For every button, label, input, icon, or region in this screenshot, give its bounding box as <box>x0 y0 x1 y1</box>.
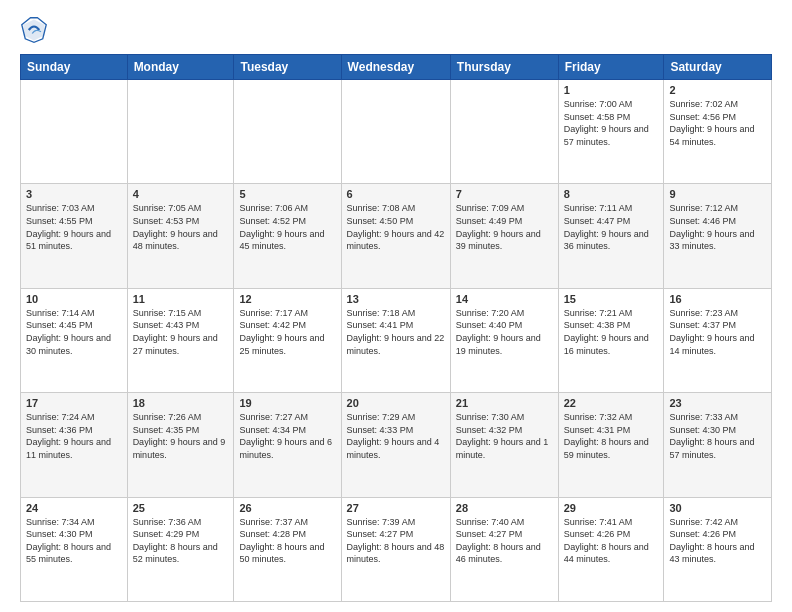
day-cell: 30Sunrise: 7:42 AM Sunset: 4:26 PM Dayli… <box>664 497 772 601</box>
week-row-3: 10Sunrise: 7:14 AM Sunset: 4:45 PM Dayli… <box>21 288 772 392</box>
header-cell-tuesday: Tuesday <box>234 55 341 80</box>
day-info: Sunrise: 7:15 AM Sunset: 4:43 PM Dayligh… <box>133 307 229 357</box>
day-cell: 11Sunrise: 7:15 AM Sunset: 4:43 PM Dayli… <box>127 288 234 392</box>
day-info: Sunrise: 7:30 AM Sunset: 4:32 PM Dayligh… <box>456 411 553 461</box>
day-info: Sunrise: 7:40 AM Sunset: 4:27 PM Dayligh… <box>456 516 553 566</box>
day-cell: 3Sunrise: 7:03 AM Sunset: 4:55 PM Daylig… <box>21 184 128 288</box>
day-cell: 26Sunrise: 7:37 AM Sunset: 4:28 PM Dayli… <box>234 497 341 601</box>
day-cell: 25Sunrise: 7:36 AM Sunset: 4:29 PM Dayli… <box>127 497 234 601</box>
day-cell: 6Sunrise: 7:08 AM Sunset: 4:50 PM Daylig… <box>341 184 450 288</box>
day-cell: 9Sunrise: 7:12 AM Sunset: 4:46 PM Daylig… <box>664 184 772 288</box>
day-number: 18 <box>133 397 229 409</box>
day-info: Sunrise: 7:26 AM Sunset: 4:35 PM Dayligh… <box>133 411 229 461</box>
day-number: 29 <box>564 502 659 514</box>
header-cell-sunday: Sunday <box>21 55 128 80</box>
svg-marker-0 <box>24 20 45 41</box>
day-info: Sunrise: 7:34 AM Sunset: 4:30 PM Dayligh… <box>26 516 122 566</box>
day-number: 22 <box>564 397 659 409</box>
calendar-body: 1Sunrise: 7:00 AM Sunset: 4:58 PM Daylig… <box>21 80 772 602</box>
day-number: 13 <box>347 293 445 305</box>
day-number: 26 <box>239 502 335 514</box>
day-number: 3 <box>26 188 122 200</box>
day-cell: 21Sunrise: 7:30 AM Sunset: 4:32 PM Dayli… <box>450 393 558 497</box>
logo <box>20 16 52 44</box>
day-cell: 5Sunrise: 7:06 AM Sunset: 4:52 PM Daylig… <box>234 184 341 288</box>
day-cell <box>450 80 558 184</box>
day-info: Sunrise: 7:20 AM Sunset: 4:40 PM Dayligh… <box>456 307 553 357</box>
day-cell: 28Sunrise: 7:40 AM Sunset: 4:27 PM Dayli… <box>450 497 558 601</box>
calendar-table: SundayMondayTuesdayWednesdayThursdayFrid… <box>20 54 772 602</box>
day-info: Sunrise: 7:18 AM Sunset: 4:41 PM Dayligh… <box>347 307 445 357</box>
header-cell-saturday: Saturday <box>664 55 772 80</box>
day-cell: 16Sunrise: 7:23 AM Sunset: 4:37 PM Dayli… <box>664 288 772 392</box>
day-info: Sunrise: 7:41 AM Sunset: 4:26 PM Dayligh… <box>564 516 659 566</box>
day-info: Sunrise: 7:24 AM Sunset: 4:36 PM Dayligh… <box>26 411 122 461</box>
day-cell: 8Sunrise: 7:11 AM Sunset: 4:47 PM Daylig… <box>558 184 664 288</box>
day-cell: 14Sunrise: 7:20 AM Sunset: 4:40 PM Dayli… <box>450 288 558 392</box>
day-cell: 29Sunrise: 7:41 AM Sunset: 4:26 PM Dayli… <box>558 497 664 601</box>
day-number: 15 <box>564 293 659 305</box>
header-row: SundayMondayTuesdayWednesdayThursdayFrid… <box>21 55 772 80</box>
header-cell-thursday: Thursday <box>450 55 558 80</box>
day-info: Sunrise: 7:42 AM Sunset: 4:26 PM Dayligh… <box>669 516 766 566</box>
day-number: 20 <box>347 397 445 409</box>
day-cell: 4Sunrise: 7:05 AM Sunset: 4:53 PM Daylig… <box>127 184 234 288</box>
day-number: 12 <box>239 293 335 305</box>
day-number: 10 <box>26 293 122 305</box>
day-cell: 18Sunrise: 7:26 AM Sunset: 4:35 PM Dayli… <box>127 393 234 497</box>
day-number: 21 <box>456 397 553 409</box>
day-cell: 27Sunrise: 7:39 AM Sunset: 4:27 PM Dayli… <box>341 497 450 601</box>
header-cell-friday: Friday <box>558 55 664 80</box>
day-cell <box>21 80 128 184</box>
week-row-5: 24Sunrise: 7:34 AM Sunset: 4:30 PM Dayli… <box>21 497 772 601</box>
day-info: Sunrise: 7:12 AM Sunset: 4:46 PM Dayligh… <box>669 202 766 252</box>
day-number: 9 <box>669 188 766 200</box>
day-info: Sunrise: 7:21 AM Sunset: 4:38 PM Dayligh… <box>564 307 659 357</box>
day-cell: 17Sunrise: 7:24 AM Sunset: 4:36 PM Dayli… <box>21 393 128 497</box>
day-cell: 7Sunrise: 7:09 AM Sunset: 4:49 PM Daylig… <box>450 184 558 288</box>
day-cell: 20Sunrise: 7:29 AM Sunset: 4:33 PM Dayli… <box>341 393 450 497</box>
day-cell: 2Sunrise: 7:02 AM Sunset: 4:56 PM Daylig… <box>664 80 772 184</box>
calendar: SundayMondayTuesdayWednesdayThursdayFrid… <box>20 54 772 602</box>
day-info: Sunrise: 7:36 AM Sunset: 4:29 PM Dayligh… <box>133 516 229 566</box>
day-info: Sunrise: 7:02 AM Sunset: 4:56 PM Dayligh… <box>669 98 766 148</box>
day-number: 1 <box>564 84 659 96</box>
day-info: Sunrise: 7:37 AM Sunset: 4:28 PM Dayligh… <box>239 516 335 566</box>
day-cell <box>127 80 234 184</box>
logo-icon <box>20 16 48 44</box>
day-number: 28 <box>456 502 553 514</box>
day-number: 11 <box>133 293 229 305</box>
day-cell: 23Sunrise: 7:33 AM Sunset: 4:30 PM Dayli… <box>664 393 772 497</box>
day-number: 5 <box>239 188 335 200</box>
header-cell-wednesday: Wednesday <box>341 55 450 80</box>
day-info: Sunrise: 7:00 AM Sunset: 4:58 PM Dayligh… <box>564 98 659 148</box>
day-number: 2 <box>669 84 766 96</box>
day-number: 23 <box>669 397 766 409</box>
week-row-4: 17Sunrise: 7:24 AM Sunset: 4:36 PM Dayli… <box>21 393 772 497</box>
day-number: 27 <box>347 502 445 514</box>
day-info: Sunrise: 7:17 AM Sunset: 4:42 PM Dayligh… <box>239 307 335 357</box>
day-cell: 13Sunrise: 7:18 AM Sunset: 4:41 PM Dayli… <box>341 288 450 392</box>
day-info: Sunrise: 7:32 AM Sunset: 4:31 PM Dayligh… <box>564 411 659 461</box>
page: SundayMondayTuesdayWednesdayThursdayFrid… <box>0 0 792 612</box>
day-number: 17 <box>26 397 122 409</box>
day-info: Sunrise: 7:27 AM Sunset: 4:34 PM Dayligh… <box>239 411 335 461</box>
day-cell: 12Sunrise: 7:17 AM Sunset: 4:42 PM Dayli… <box>234 288 341 392</box>
day-info: Sunrise: 7:06 AM Sunset: 4:52 PM Dayligh… <box>239 202 335 252</box>
day-info: Sunrise: 7:33 AM Sunset: 4:30 PM Dayligh… <box>669 411 766 461</box>
day-number: 14 <box>456 293 553 305</box>
header <box>20 16 772 44</box>
day-number: 7 <box>456 188 553 200</box>
day-number: 6 <box>347 188 445 200</box>
day-info: Sunrise: 7:08 AM Sunset: 4:50 PM Dayligh… <box>347 202 445 252</box>
day-cell: 1Sunrise: 7:00 AM Sunset: 4:58 PM Daylig… <box>558 80 664 184</box>
day-info: Sunrise: 7:03 AM Sunset: 4:55 PM Dayligh… <box>26 202 122 252</box>
day-number: 30 <box>669 502 766 514</box>
header-cell-monday: Monday <box>127 55 234 80</box>
week-row-1: 1Sunrise: 7:00 AM Sunset: 4:58 PM Daylig… <box>21 80 772 184</box>
day-info: Sunrise: 7:09 AM Sunset: 4:49 PM Dayligh… <box>456 202 553 252</box>
day-info: Sunrise: 7:14 AM Sunset: 4:45 PM Dayligh… <box>26 307 122 357</box>
week-row-2: 3Sunrise: 7:03 AM Sunset: 4:55 PM Daylig… <box>21 184 772 288</box>
day-cell: 22Sunrise: 7:32 AM Sunset: 4:31 PM Dayli… <box>558 393 664 497</box>
day-number: 4 <box>133 188 229 200</box>
